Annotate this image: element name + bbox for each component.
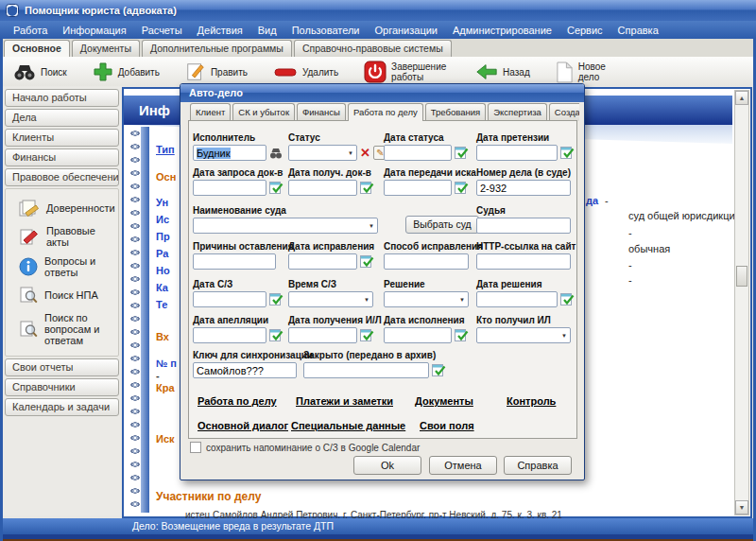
sidebar-item-questions-answers[interactable]: Вопросы и ответы xyxy=(6,252,118,282)
writ-receiver-select[interactable]: ▼ xyxy=(476,327,571,343)
add-button[interactable]: Добавить xyxy=(93,61,160,82)
calendar-check-icon[interactable] xyxy=(560,146,575,160)
closed-date-input[interactable] xyxy=(303,362,429,378)
claim-transfer-date-input[interactable] xyxy=(384,180,452,196)
sidebar-section[interactable]: Клиенты xyxy=(5,129,119,147)
menu-item[interactable]: Справка xyxy=(610,25,666,36)
sidebar-section-legal-support[interactable]: Правовое обеспечение xyxy=(5,168,119,186)
help-button[interactable]: Справка xyxy=(504,456,572,475)
edit-button[interactable]: Править xyxy=(185,61,248,82)
calendar-check-icon[interactable] xyxy=(269,181,284,195)
case-number-input[interactable]: 2-932 xyxy=(476,180,571,196)
menu-item[interactable]: Пользователи xyxy=(284,25,368,36)
sidebar-item-search-npa[interactable]: Поиск НПА xyxy=(6,282,118,308)
dialog-link[interactable]: Работа по делу xyxy=(198,395,277,407)
new-case-button[interactable]: Новое дело xyxy=(556,61,610,83)
vertical-scrollbar[interactable]: ▲ ▼ xyxy=(734,90,749,515)
menu-item[interactable]: Организации xyxy=(367,25,445,36)
menu-item[interactable]: Действия xyxy=(190,25,250,36)
scroll-up-icon[interactable]: ▲ xyxy=(735,91,748,105)
dialog-link[interactable]: Платежи и заметки xyxy=(296,395,393,407)
main-tab[interactable]: Справочно-правовые системы xyxy=(294,40,452,57)
fix-date-input[interactable] xyxy=(288,253,357,270)
dialog-link[interactable]: Основной диалог xyxy=(198,420,288,431)
judge-input[interactable] xyxy=(476,218,571,234)
pretension-date-input[interactable] xyxy=(476,145,558,161)
calendar-check-icon[interactable] xyxy=(360,328,374,342)
sidebar-section[interactable]: Начало работы xyxy=(5,89,119,107)
status-select[interactable]: ▼ xyxy=(288,145,357,161)
menu-item[interactable]: Работа xyxy=(6,25,55,36)
calendar-check-icon[interactable] xyxy=(455,146,469,160)
menu-item[interactable]: Сервис xyxy=(559,25,610,36)
calendar-check-icon[interactable] xyxy=(360,181,374,195)
decision-date-input[interactable] xyxy=(476,291,558,307)
dialog-tab[interactable]: Работа по делу xyxy=(348,103,423,121)
main-tab[interactable]: Основное xyxy=(4,40,70,57)
dialog-tab[interactable]: Экспертиза xyxy=(488,103,547,121)
http-link-input[interactable] xyxy=(476,253,571,270)
clear-icon[interactable]: ✕ xyxy=(360,147,370,159)
scrollbar-thumb[interactable] xyxy=(736,266,747,287)
stay-reasons-input[interactable] xyxy=(193,253,276,270)
hearing-time-select[interactable]: ▼ xyxy=(288,291,373,307)
dialog-tab[interactable]: Создать документ xyxy=(549,103,579,121)
search-button[interactable]: Поиск xyxy=(13,62,67,81)
status-date-input[interactable] xyxy=(384,145,452,161)
dialog-title-bar[interactable]: Авто-дело xyxy=(180,84,584,102)
dialog-link[interactable]: Свои поля xyxy=(420,420,474,431)
dialog-link[interactable]: Документы xyxy=(415,395,473,407)
writ-receive-date-input[interactable] xyxy=(288,327,357,343)
menu-item[interactable]: Расчеты xyxy=(134,25,190,36)
page-value: - xyxy=(628,227,632,238)
search-small-icon[interactable] xyxy=(269,148,283,159)
menu-item[interactable]: Вид xyxy=(250,25,284,36)
dialog-link[interactable]: Специальные данные xyxy=(291,420,405,431)
calendar-check-icon[interactable] xyxy=(269,292,284,306)
dialog-tab[interactable]: СК и убыток xyxy=(232,103,295,121)
hearing-date-input[interactable] xyxy=(193,291,266,307)
dialog-link[interactable]: Контроль xyxy=(507,395,556,407)
checkbox[interactable] xyxy=(190,442,201,453)
shutdown-button[interactable]: Завершение работы xyxy=(364,61,450,83)
fix-method-input[interactable] xyxy=(384,253,469,270)
field-sync-key: Ключ для синхронизации Самойлов??? xyxy=(193,350,313,378)
sidebar-section[interactable]: Календарь и задачи xyxy=(5,398,119,416)
choose-court-button[interactable]: Выбрать суд xyxy=(405,216,479,234)
scroll-down-icon[interactable]: ▼ xyxy=(735,500,748,515)
sidebar-item-attorneys[interactable]: Доверенности xyxy=(6,195,118,221)
calendar-check-icon[interactable] xyxy=(455,181,469,195)
appeal-date-input[interactable] xyxy=(193,327,266,343)
ok-button[interactable]: Ok xyxy=(353,456,421,475)
executor-input[interactable]: Будник xyxy=(193,145,266,161)
dialog-tab[interactable]: Требования xyxy=(425,103,486,121)
page-text-fragment: Иск xyxy=(156,433,175,445)
sidebar-section[interactable]: Финансы xyxy=(5,148,119,166)
calendar-check-icon[interactable] xyxy=(269,328,284,342)
docs-request-date-input[interactable] xyxy=(193,180,266,196)
execution-date-input[interactable] xyxy=(384,327,452,343)
sidebar-section[interactable]: Справочники xyxy=(5,378,119,396)
calendar-check-icon[interactable] xyxy=(360,254,374,269)
menu-item[interactable]: Администрирование xyxy=(445,25,559,36)
main-tab[interactable]: Дополнительные программы xyxy=(142,40,292,57)
calendar-check-icon[interactable] xyxy=(560,292,575,306)
court-name-select[interactable]: ▼ xyxy=(193,218,378,234)
back-button[interactable]: Назад xyxy=(475,62,530,81)
dialog-tab[interactable]: Финансы xyxy=(297,103,346,121)
sidebar-section[interactable]: Свои отчеты xyxy=(5,358,119,376)
docs-receive-date-input[interactable] xyxy=(288,180,357,196)
calendar-check-icon[interactable] xyxy=(432,363,446,377)
main-tab[interactable]: Документы xyxy=(72,40,140,57)
dialog-tab[interactable]: Клиент xyxy=(190,103,231,121)
sidebar-section[interactable]: Дела xyxy=(5,109,119,127)
calendar-check-icon[interactable] xyxy=(455,328,469,342)
sidebar-item-search-qa[interactable]: Поиск по вопросам и ответам xyxy=(6,308,118,350)
sidebar-item-legal-acts[interactable]: Правовые акты xyxy=(6,221,118,252)
plus-icon xyxy=(93,61,113,82)
decision-select[interactable]: ▼ xyxy=(384,291,469,307)
menu-item[interactable]: Информация xyxy=(55,25,133,36)
cancel-button[interactable]: Отмена xyxy=(429,456,497,475)
sync-key-input[interactable]: Самойлов??? xyxy=(193,362,297,378)
delete-button[interactable]: Удалить xyxy=(273,63,338,80)
